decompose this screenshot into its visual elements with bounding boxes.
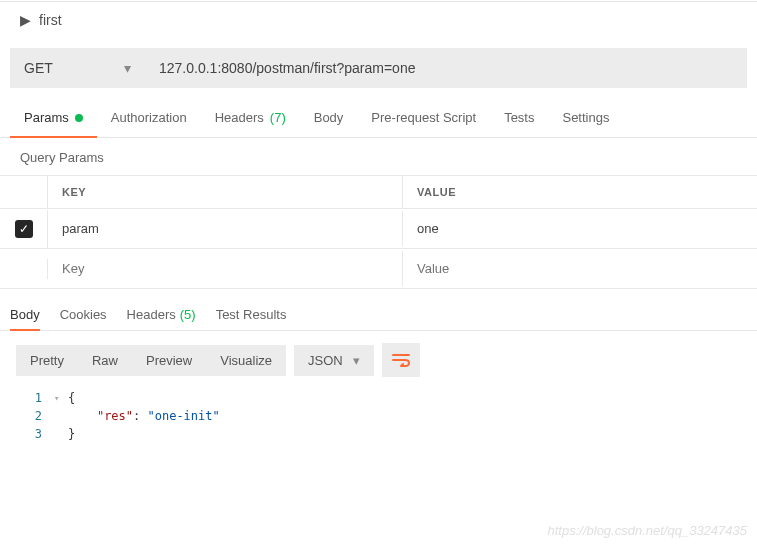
pretty-button[interactable]: Pretty	[16, 345, 78, 376]
tab-label: Headers	[127, 307, 176, 322]
chevron-down-icon: ▾	[124, 60, 131, 76]
line-number: 2	[24, 409, 54, 423]
tab-headers[interactable]: Headers (7)	[201, 98, 300, 137]
code-line: 2 "res": "one-init"	[24, 407, 757, 425]
fold-icon[interactable]: ▾	[54, 393, 68, 403]
collapse-triangle-icon[interactable]: ▶	[20, 12, 31, 28]
tab-badge: (5)	[180, 307, 196, 322]
line-number: 1	[24, 391, 54, 405]
format-select[interactable]: JSON ▾	[294, 345, 374, 376]
param-value-input[interactable]	[417, 221, 743, 236]
request-tabs: Params Authorization Headers (7) Body Pr…	[0, 98, 757, 138]
code-text: {	[68, 391, 75, 405]
visualize-button[interactable]: Visualize	[206, 345, 286, 376]
tab-label: Cookies	[60, 307, 107, 322]
view-mode-group: Pretty Raw Preview Visualize	[16, 345, 286, 376]
column-key: KEY	[48, 176, 403, 208]
tab-label: Params	[24, 110, 69, 125]
table-row[interactable]: ✓	[0, 209, 757, 249]
column-check	[0, 176, 48, 208]
tab-label: Body	[314, 110, 344, 125]
status-dot-icon	[75, 114, 83, 122]
line-number: 3	[24, 427, 54, 441]
tab-params[interactable]: Params	[10, 98, 97, 137]
request-name-row[interactable]: ▶ first	[0, 2, 757, 38]
row-checkbox-cell[interactable]: ✓	[0, 210, 48, 248]
code-text: "res": "one-init"	[68, 409, 220, 423]
table-header: KEY VALUE	[0, 176, 757, 209]
tab-prerequest[interactable]: Pre-request Script	[357, 98, 490, 137]
resp-tab-body[interactable]: Body	[10, 299, 40, 330]
resp-tab-cookies[interactable]: Cookies	[60, 299, 107, 330]
response-tabs: Body Cookies Headers (5) Test Results	[0, 289, 757, 331]
wrap-lines-button[interactable]	[382, 343, 420, 377]
request-name: first	[39, 12, 62, 28]
tab-label: Tests	[504, 110, 534, 125]
tab-badge: (7)	[270, 110, 286, 125]
request-row: GET ▾	[0, 38, 757, 98]
tab-label: Authorization	[111, 110, 187, 125]
url-input[interactable]	[145, 48, 747, 88]
query-params-table: KEY VALUE ✓	[0, 175, 757, 289]
code-text: }	[68, 427, 75, 441]
chevron-down-icon: ▾	[353, 353, 360, 368]
tab-label: Test Results	[216, 307, 287, 322]
param-value-input[interactable]	[417, 261, 743, 276]
param-key-input[interactable]	[62, 261, 388, 276]
wrap-icon	[392, 353, 410, 367]
checkbox-checked-icon[interactable]: ✓	[15, 220, 33, 238]
tab-tests[interactable]: Tests	[490, 98, 548, 137]
code-line: 3 }	[24, 425, 757, 443]
body-toolbar: Pretty Raw Preview Visualize JSON ▾	[0, 331, 757, 389]
column-value: VALUE	[403, 176, 757, 208]
response-body-view[interactable]: 1 ▾ { 2 "res": "one-init" 3 }	[0, 389, 757, 443]
resp-tab-testresults[interactable]: Test Results	[216, 299, 287, 330]
http-method-select[interactable]: GET ▾	[10, 48, 145, 88]
table-row-empty[interactable]	[0, 249, 757, 289]
row-checkbox-cell	[0, 259, 48, 279]
preview-button[interactable]: Preview	[132, 345, 206, 376]
code-line: 1 ▾ {	[24, 389, 757, 407]
tab-authorization[interactable]: Authorization	[97, 98, 201, 137]
watermark: https://blog.csdn.net/qq_33247435	[548, 523, 748, 538]
http-method-label: GET	[24, 60, 53, 76]
tab-label: Settings	[562, 110, 609, 125]
resp-tab-headers[interactable]: Headers (5)	[127, 299, 196, 330]
tab-label: Headers	[215, 110, 264, 125]
tab-label: Pre-request Script	[371, 110, 476, 125]
tab-label: Body	[10, 307, 40, 322]
format-label: JSON	[308, 353, 343, 368]
raw-button[interactable]: Raw	[78, 345, 132, 376]
param-key-input[interactable]	[62, 221, 388, 236]
tab-body[interactable]: Body	[300, 98, 358, 137]
query-params-label: Query Params	[0, 138, 757, 175]
tab-settings[interactable]: Settings	[548, 98, 623, 137]
